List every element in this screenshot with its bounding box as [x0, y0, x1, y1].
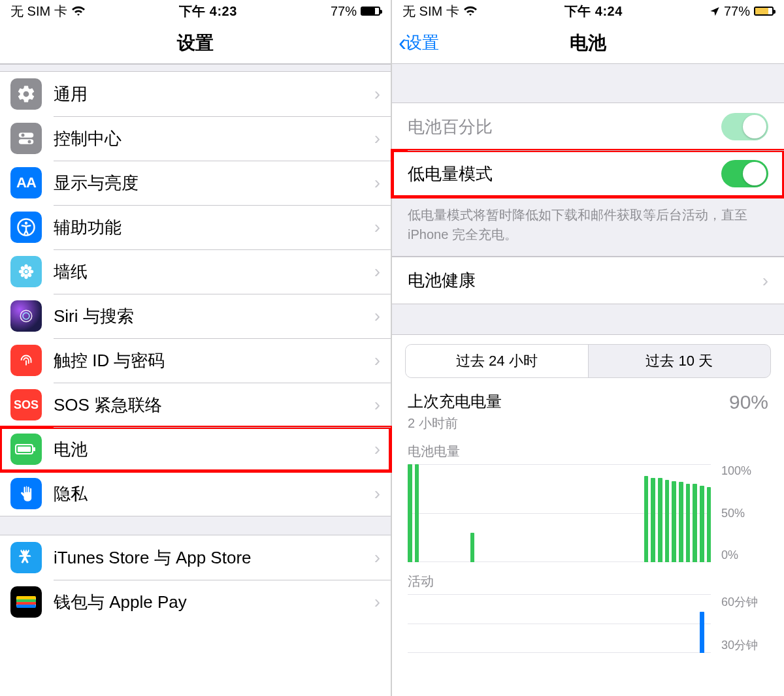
- accessibility-icon: [10, 212, 42, 243]
- battery-icon: [10, 434, 42, 465]
- settings-screen: 无 SIM 卡 下午 4:23 77% 设置 通用 › 控制中心 ›: [0, 0, 392, 696]
- chevron-right-icon: ›: [374, 128, 380, 149]
- siri-icon: [10, 300, 42, 332]
- bar: [644, 476, 649, 562]
- battery-percent: 77%: [331, 4, 357, 19]
- bar: [415, 464, 419, 562]
- svg-rect-0: [19, 133, 34, 138]
- bar: [707, 487, 711, 563]
- activity-chart: 活动 60分钟 30分钟: [392, 569, 784, 659]
- appstore-icon: [10, 542, 42, 573]
- gear-icon: [10, 78, 42, 110]
- chart-title: 电池电量: [408, 443, 768, 460]
- row-label: 控制中心: [54, 127, 374, 150]
- row-battery-health[interactable]: 电池健康 ›: [392, 257, 784, 304]
- page-title: 电池: [570, 31, 606, 55]
- row-wallpaper[interactable]: 墙纸 ›: [0, 249, 391, 294]
- row-touchid[interactable]: 触控 ID 与密码 ›: [0, 338, 391, 383]
- bar: [700, 486, 704, 562]
- battery-level-chart: 电池电量 100% 50% 0%: [392, 439, 784, 569]
- chart-title: 活动: [408, 573, 768, 590]
- chevron-right-icon: ›: [374, 217, 380, 238]
- carrier-label: 无 SIM 卡: [10, 3, 67, 20]
- low-power-switch[interactable]: [721, 160, 768, 187]
- bar: [700, 612, 704, 653]
- svg-rect-21: [16, 596, 36, 599]
- battery-percent-switch[interactable]: [721, 113, 768, 140]
- row-accessibility[interactable]: 辅助功能 ›: [0, 205, 391, 249]
- wallet-icon: [10, 586, 42, 618]
- back-label: 设置: [405, 31, 439, 54]
- row-siri[interactable]: Siri 与搜索 ›: [0, 294, 391, 338]
- ytick-0: 0%: [721, 548, 738, 562]
- last-charge-time: 2 小时前: [408, 415, 502, 432]
- svg-rect-23: [16, 602, 36, 605]
- nav-bar: ‹ 设置 电池: [392, 22, 784, 64]
- status-bar: 无 SIM 卡 下午 4:23 77%: [0, 0, 391, 22]
- bar: [686, 484, 691, 562]
- battery-screen: 无 SIM 卡 下午 4:24 77% ‹ 设置 电池 电池百分比 低电量模式: [392, 0, 784, 696]
- row-label: 电池百分比: [408, 116, 721, 138]
- row-label: 通用: [54, 83, 374, 106]
- back-button[interactable]: ‹ 设置: [399, 31, 439, 55]
- chevron-right-icon: ›: [374, 350, 380, 371]
- row-general[interactable]: 通用 ›: [0, 72, 391, 116]
- bar: [408, 464, 412, 562]
- battery-icon: [361, 7, 380, 16]
- toggle-icon: [10, 123, 42, 154]
- row-low-power-mode[interactable]: 低电量模式: [392, 150, 784, 197]
- row-control-center[interactable]: 控制中心 ›: [0, 116, 391, 161]
- bar: [672, 481, 676, 563]
- svg-rect-19: [18, 447, 31, 452]
- segment-last-10d[interactable]: 过去 10 天: [588, 345, 771, 377]
- row-label: 低电量模式: [408, 163, 721, 185]
- text-size-icon: AA: [10, 167, 42, 198]
- clock: 下午 4:24: [564, 3, 623, 20]
- segment-last-24h[interactable]: 过去 24 小时: [406, 345, 588, 377]
- last-charge-value: 90%: [729, 391, 768, 413]
- time-range-segmented[interactable]: 过去 24 小时 过去 10 天: [405, 344, 771, 378]
- row-label: 钱包与 Apple Pay: [54, 591, 374, 614]
- ytick-100: 100%: [721, 464, 751, 478]
- chevron-right-icon: ›: [374, 306, 380, 326]
- chevron-right-icon: ›: [374, 547, 380, 568]
- svg-point-3: [28, 140, 31, 144]
- bar: [693, 484, 697, 562]
- row-itunes-appstore[interactable]: iTunes Store 与 App Store ›: [0, 535, 391, 580]
- chevron-right-icon: ›: [374, 172, 380, 193]
- wifi-icon: [463, 6, 478, 16]
- status-bar: 无 SIM 卡 下午 4:24 77%: [392, 0, 784, 22]
- chevron-right-icon: ›: [374, 261, 380, 282]
- ytick-50: 50%: [721, 507, 745, 520]
- bar: [658, 478, 662, 562]
- ytick-30: 30分钟: [721, 637, 758, 653]
- last-charge-title: 上次充电电量: [408, 391, 502, 412]
- svg-point-6: [25, 270, 28, 274]
- svg-rect-18: [33, 447, 35, 451]
- nav-bar: 设置: [0, 22, 391, 64]
- svg-point-15: [20, 310, 32, 322]
- row-label: Siri 与搜索: [54, 305, 374, 328]
- svg-rect-24: [16, 605, 36, 608]
- row-sos[interactable]: SOS SOS 紧急联络 ›: [0, 383, 391, 427]
- carrier-label: 无 SIM 卡: [402, 3, 459, 20]
- chevron-right-icon: ›: [374, 483, 380, 504]
- row-privacy[interactable]: 隐私 ›: [0, 471, 391, 516]
- svg-rect-22: [16, 599, 36, 602]
- row-wallet[interactable]: 钱包与 Apple Pay ›: [0, 580, 391, 624]
- row-display-brightness[interactable]: AA 显示与亮度 ›: [0, 161, 391, 205]
- location-icon: [710, 6, 720, 16]
- row-battery-percent[interactable]: 电池百分比: [392, 103, 784, 150]
- row-battery[interactable]: 电池 ›: [0, 427, 391, 471]
- sos-icon: SOS: [10, 389, 42, 420]
- svg-rect-1: [19, 139, 34, 144]
- fingerprint-icon: [10, 345, 42, 376]
- ytick-60: 60分钟: [721, 594, 758, 610]
- row-label: 辅助功能: [54, 216, 374, 239]
- page-title: 设置: [177, 31, 214, 55]
- battery-list: 电池百分比 低电量模式 低电量模式将暂时降低如下载和邮件获取等后台活动，直至 i…: [392, 64, 784, 659]
- row-label: SOS 紧急联络: [54, 394, 374, 417]
- settings-list[interactable]: 通用 › 控制中心 › AA 显示与亮度 › 辅助功能 › 墙纸: [0, 64, 391, 624]
- clock: 下午 4:23: [179, 3, 237, 20]
- hand-icon: [10, 478, 42, 509]
